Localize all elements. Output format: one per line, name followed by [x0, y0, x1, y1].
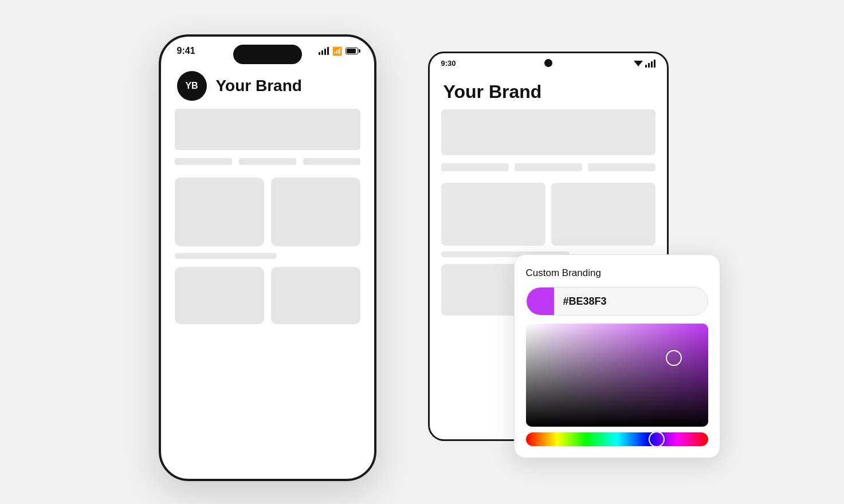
signal-bars-icon	[319, 47, 329, 55]
wifi-icon: 📶	[332, 46, 342, 56]
ios-card-1	[175, 178, 264, 246]
battery-icon	[346, 48, 358, 54]
android-camera-dot	[544, 59, 552, 67]
hue-slider-thumb[interactable]	[649, 431, 665, 447]
ios-bar-1	[175, 158, 232, 165]
scene: 9:30 Your Brand	[107, 17, 737, 487]
ios-row-2	[175, 178, 360, 246]
android-wifi-icon	[634, 60, 643, 68]
ios-content	[161, 109, 374, 324]
ios-bar-4	[175, 253, 277, 259]
ios-card-4	[271, 267, 360, 324]
android-bar-2	[515, 163, 582, 171]
android-status-bar: 9:30	[430, 53, 667, 71]
ios-card-3	[175, 267, 264, 324]
ios-time: 9:41	[177, 46, 195, 56]
color-input-row[interactable]: #BE38F3	[526, 287, 708, 316]
android-row-2	[441, 183, 655, 246]
ios-card-2	[271, 178, 360, 246]
android-card-1	[441, 183, 545, 246]
color-swatch[interactable]	[527, 288, 554, 315]
color-hue-slider[interactable]	[526, 432, 708, 446]
ios-placeholder-1	[175, 109, 360, 150]
android-time: 9:30	[441, 59, 456, 68]
android-bar-1	[441, 163, 509, 171]
color-gradient-area[interactable]	[526, 324, 708, 427]
android-status-icons	[634, 60, 655, 68]
color-picker-thumb[interactable]	[666, 350, 682, 366]
color-picker-card: Custom Branding #BE38F3	[514, 254, 720, 458]
color-picker-title: Custom Branding	[526, 267, 708, 279]
ios-bar-2	[239, 158, 296, 165]
svg-marker-0	[634, 61, 643, 66]
color-gradient-inner	[526, 324, 708, 427]
ios-row-1	[175, 158, 360, 171]
android-signal-icon	[645, 60, 655, 68]
android-row-1	[441, 163, 655, 177]
android-placeholder-1	[441, 109, 655, 155]
ios-bar-3	[303, 158, 360, 165]
android-brand-name: Your Brand	[430, 71, 667, 109]
ios-phone: 9:41 📶 YB Your Brand	[159, 34, 376, 481]
ios-row-3	[175, 267, 360, 324]
ios-brand-avatar: YB	[177, 71, 207, 101]
ios-brand-row: YB Your Brand	[161, 61, 374, 109]
android-card-2	[551, 183, 655, 246]
color-hex-input[interactable]: #BE38F3	[554, 289, 708, 314]
ios-dynamic-island	[233, 45, 302, 64]
android-bar-3	[588, 163, 655, 171]
ios-brand-name: Your Brand	[216, 77, 302, 95]
ios-status-icons: 📶	[319, 46, 358, 56]
